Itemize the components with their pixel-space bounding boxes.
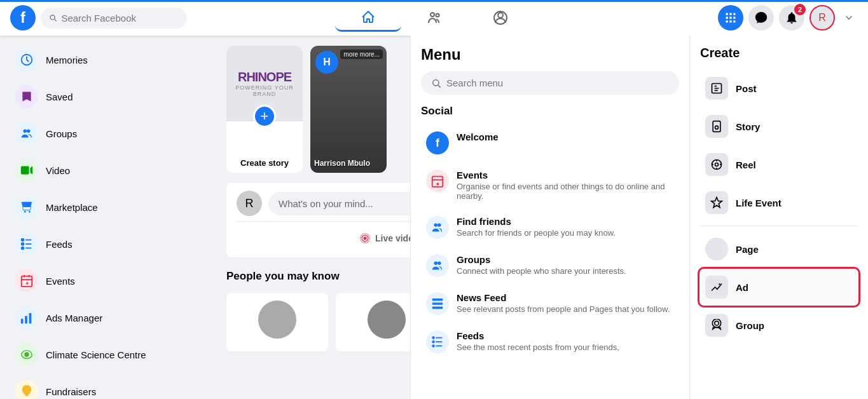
grid-menu-button[interactable] (718, 5, 743, 30)
welcome-icon: f (426, 132, 449, 154)
feeds-menu-icon (426, 330, 449, 353)
create-page-label: Page (736, 244, 759, 255)
account-dropdown-button[interactable] (840, 9, 858, 27)
friends-nav-button[interactable] (401, 4, 467, 32)
sidebar-label-feeds: Feeds (46, 239, 72, 250)
svg-point-1 (436, 14, 439, 17)
sidebar-label-groups: Groups (46, 128, 77, 139)
create-panel: Create Post Story Reel (690, 36, 868, 399)
svg-marker-72 (712, 198, 722, 208)
facebook-logo[interactable]: f (10, 5, 36, 30)
main-layout: Memories Saved Groups Video Marketplace (0, 36, 868, 399)
grid-icon (724, 11, 737, 24)
menu-search-box[interactable] (421, 71, 679, 95)
sidebar-label-memories: Memories (46, 55, 88, 65)
create-life-event-item[interactable]: Life Event (700, 185, 858, 220)
sidebar-item-feeds[interactable]: Feeds (5, 226, 211, 262)
svg-point-59 (432, 345, 434, 347)
create-page-item[interactable]: Page (700, 231, 858, 267)
svg-point-20 (22, 239, 24, 241)
menu-item-feeds-text: Feeds See the most recent posts from you… (457, 330, 619, 352)
create-post-item[interactable]: Post (700, 71, 858, 106)
feeds-icon (15, 233, 38, 255)
sidebar-item-marketplace[interactable]: Marketplace (5, 189, 211, 225)
svg-point-19 (29, 211, 31, 213)
create-reel-item[interactable]: Reel (700, 147, 858, 182)
svg-point-52 (434, 262, 438, 266)
find-friends-title: Find friends (457, 216, 616, 227)
avatar-initial: R (818, 12, 826, 24)
menu-item-friends-text: Find friends Search for friends or peopl… (457, 216, 616, 238)
svg-point-50 (434, 224, 438, 227)
menu-item-find-friends[interactable]: Find friends Search for friends or peopl… (421, 210, 679, 245)
menu-item-news-feed[interactable]: News Feed See relevant posts from people… (421, 286, 679, 321)
menu-item-feeds[interactable]: Feeds See the most recent posts from you… (421, 324, 679, 360)
search-box[interactable] (41, 8, 187, 29)
friends-icon (427, 10, 442, 25)
person-card-1[interactable] (226, 293, 328, 351)
post-create-icon (705, 77, 728, 100)
person-avatar-1 (258, 301, 296, 339)
create-story-card[interactable]: RHINOPE POWERING YOUR BRAND + Create sto… (226, 46, 303, 173)
menu-item-events[interactable]: ★ Events Organise or find events and oth… (421, 163, 679, 207)
create-ad-label: Ad (736, 282, 748, 293)
find-friends-desc: Search for friends or people you may kno… (457, 228, 616, 238)
groups-menu-icon (426, 254, 449, 277)
svg-rect-4 (726, 13, 728, 15)
create-life-event-label: Life Event (736, 198, 782, 208)
create-story-item[interactable]: Story (700, 109, 858, 144)
rhinope-tagline: POWERING YOUR BRAND (233, 85, 296, 97)
sidebar-item-saved[interactable]: Saved (5, 79, 211, 114)
find-friends-icon (426, 216, 449, 239)
svg-rect-31 (21, 319, 24, 323)
menu-item-groups-text: Groups Connect with people who share you… (457, 254, 626, 276)
sidebar-item-memories[interactable]: Memories (5, 42, 211, 78)
svg-rect-5 (729, 13, 731, 15)
story-create-icon (705, 115, 728, 138)
menu-item-groups[interactable]: Groups Connect with people who share you… (421, 248, 679, 283)
menu-item-newsfeed-text: News Feed See relevant posts from people… (457, 292, 670, 314)
nav-left: f (10, 5, 226, 30)
sidebar-item-video[interactable]: Video (5, 152, 211, 188)
notifications-button[interactable]: 2 (779, 5, 804, 30)
notification-badge: 2 (794, 4, 806, 15)
home-nav-button[interactable] (335, 4, 401, 32)
svg-rect-55 (432, 302, 443, 305)
create-ad-item[interactable]: Ad (700, 269, 858, 305)
sidebar-item-events[interactable]: ★ Events (5, 263, 211, 299)
svg-point-74 (712, 319, 720, 327)
svg-rect-32 (25, 316, 27, 323)
sidebar-item-groups[interactable]: Groups (5, 116, 211, 151)
svg-point-0 (431, 13, 434, 17)
menu-search-input[interactable] (446, 78, 669, 88)
saved-icon (15, 85, 38, 108)
profile-avatar[interactable]: R (809, 5, 835, 30)
events-title: Events (457, 170, 674, 180)
search-icon (48, 13, 57, 23)
sidebar-item-ads-manager[interactable]: Ads Manager (5, 300, 211, 335)
menu-item-welcome[interactable]: f Welcome (421, 125, 679, 161)
chevron-down-icon (844, 13, 854, 23)
profile-icon (493, 10, 508, 25)
harrison-story-card[interactable]: H more more... Harrison Mbulo (310, 46, 387, 173)
events-icon: ★ (15, 269, 38, 292)
sidebar-label-marketplace: Marketplace (46, 202, 98, 213)
video-icon (15, 159, 38, 182)
create-group-item[interactable]: Group (700, 308, 858, 343)
menu-search-icon (431, 78, 441, 88)
svg-point-18 (24, 211, 26, 213)
sidebar-item-climate[interactable]: Climate Science Centre (5, 337, 211, 372)
profile-nav-button[interactable] (467, 4, 534, 32)
ads-manager-icon (15, 306, 38, 329)
messenger-button[interactable] (748, 5, 774, 30)
create-story-plus-button[interactable]: + (253, 105, 276, 128)
svg-point-2 (498, 13, 503, 18)
sidebar-item-fundraisers[interactable]: Fundraisers (5, 374, 211, 399)
create-story-label: Create story (226, 153, 303, 173)
feeds-desc: See the most recent posts from your frie… (457, 342, 619, 352)
messenger-icon (754, 11, 768, 25)
svg-rect-10 (726, 20, 728, 22)
search-input[interactable] (61, 13, 179, 24)
svg-line-46 (438, 85, 441, 88)
fundraisers-icon (15, 380, 38, 399)
